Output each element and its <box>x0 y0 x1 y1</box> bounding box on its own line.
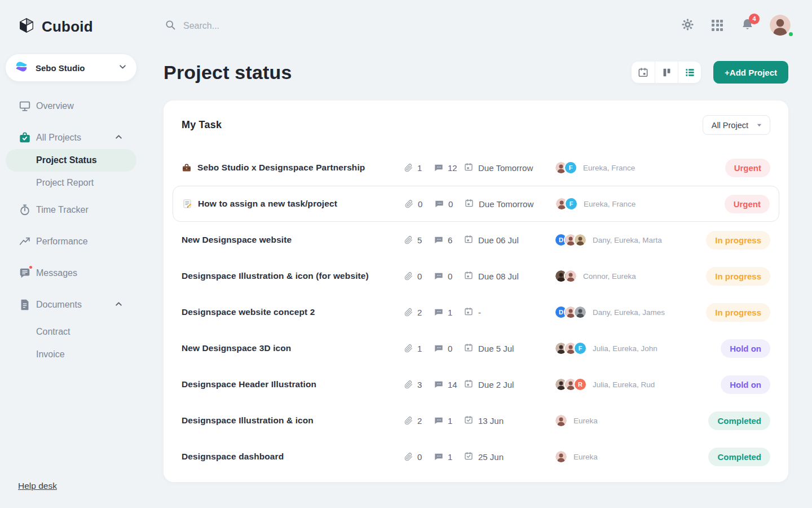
attachment-count: 1 <box>404 163 434 173</box>
comment-icon <box>434 344 443 353</box>
assignee-names: Connor, Eureka <box>583 272 636 281</box>
comment-count: 0 <box>434 271 464 281</box>
search-bar[interactable] <box>165 19 401 33</box>
apps-grid-icon <box>712 20 723 31</box>
comment-count: 0 <box>434 344 464 353</box>
assignee-avatars <box>554 269 577 283</box>
status-badge: In progress <box>706 231 770 249</box>
task-list: Sebo Studio x Designspace Partnership 1 … <box>182 150 770 475</box>
comment-count: 1 <box>434 452 464 462</box>
page-title: Project status <box>164 62 292 84</box>
app-logo: Cuboid <box>18 17 93 36</box>
sidebar-item-invoice[interactable]: Invoice <box>0 343 149 366</box>
task-name: How to assign a new task/project <box>198 199 337 209</box>
due-date: Due Tomorrow <box>465 199 555 209</box>
workspace-selector[interactable]: Sebo Studio <box>6 54 136 81</box>
notifications-button[interactable]: 4 <box>740 18 754 33</box>
sidebar: Sebo Studio Overview All Projects <box>0 54 149 508</box>
comment-icon <box>434 235 443 244</box>
search-icon <box>165 19 176 33</box>
chat-icon <box>18 266 32 280</box>
task-row[interactable]: New Designspace 3D icon 1 0 <box>182 330 770 366</box>
letter-avatar: F <box>564 161 577 174</box>
paperclip-icon <box>404 308 413 317</box>
paperclip-icon <box>404 272 413 281</box>
project-filter-dropdown[interactable]: All Project <box>703 115 770 135</box>
cube-logo-icon <box>18 17 35 36</box>
workspace-name: Sebo Studio <box>36 63 112 73</box>
document-icon <box>18 298 32 312</box>
apps-button[interactable] <box>710 18 725 33</box>
paperclip-icon <box>404 164 413 172</box>
assignee-names: Julia, Eureka, John <box>593 344 657 353</box>
paperclip-icon <box>404 236 413 244</box>
calendar-icon <box>464 379 473 390</box>
online-status-dot <box>788 31 794 37</box>
task-name: Designspace dashboard <box>182 452 284 462</box>
sidebar-item-all-projects[interactable]: All Projects <box>0 126 149 149</box>
briefcase-check-icon <box>18 131 32 144</box>
attachment-count: 3 <box>404 380 434 389</box>
task-row[interactable]: Designspace Illustration & icon 2 1 <box>182 402 770 439</box>
sidebar-item-documents[interactable]: Documents <box>0 294 149 316</box>
sidebar-item-contract[interactable]: Contract <box>0 321 149 343</box>
task-row[interactable]: Designspace Header Illustration 3 14 <box>182 366 770 402</box>
paperclip-icon <box>404 417 413 425</box>
list-view-button[interactable] <box>678 62 701 83</box>
comment-count: 1 <box>434 416 464 426</box>
assignee-avatars: F <box>554 161 577 174</box>
task-name: Designspace Header Illustration <box>182 379 316 389</box>
sidebar-item-project-status[interactable]: Project Status <box>6 149 136 172</box>
attachment-count: 2 <box>404 416 434 426</box>
letter-avatar: F <box>573 341 587 355</box>
sidebar-item-messages[interactable]: Messages <box>0 262 149 284</box>
photo-avatar <box>573 233 587 247</box>
assignee-names: Eureka <box>573 453 598 461</box>
calendar-icon <box>464 307 473 318</box>
trending-up-icon <box>18 235 32 248</box>
due-date: Due Tomorrow <box>464 163 554 173</box>
list-view-icon <box>685 67 695 78</box>
assignee-names: Dany, Eureka, Marta <box>593 236 662 244</box>
paperclip-icon <box>404 380 413 389</box>
status-badge: In progress <box>706 303 770 322</box>
sidebar-item-project-report[interactable]: Project Report <box>0 172 149 194</box>
attachment-count: 0 <box>405 199 435 209</box>
task-row[interactable]: Designspace Illustration & icon (for web… <box>182 258 770 294</box>
sidebar-item-performance[interactable]: Performance <box>0 230 149 253</box>
sidebar-item-overview[interactable]: Overview <box>0 95 149 117</box>
notification-badge: 4 <box>749 14 760 24</box>
help-desk-link[interactable]: Help desk <box>18 481 57 491</box>
due-date: 25 Jun <box>464 452 554 462</box>
search-input[interactable] <box>183 21 375 31</box>
chevron-down-icon <box>119 63 126 73</box>
calendar-view-button[interactable] <box>632 62 655 83</box>
briefcase-emoji-icon <box>182 163 192 173</box>
task-emoji-icon <box>182 199 192 209</box>
assignee-avatars: F <box>555 197 578 211</box>
paperclip-icon <box>405 200 413 208</box>
card-title: My Task <box>182 119 222 131</box>
task-row[interactable]: Sebo Studio x Designspace Partnership 1 … <box>182 150 770 186</box>
attachment-count: 2 <box>404 308 434 317</box>
comment-count: 6 <box>434 235 464 245</box>
task-row[interactable]: New Designspace website 5 6 <box>182 222 770 258</box>
paperclip-icon <box>404 453 413 461</box>
my-task-card: My Task All Project <box>164 100 788 482</box>
status-badge: Hold on <box>721 339 770 358</box>
add-project-button[interactable]: +Add Project <box>713 61 788 84</box>
settings-button[interactable] <box>680 18 695 33</box>
assignee-names: Julia, Eureka, Rud <box>593 380 655 389</box>
status-badge: In progress <box>706 267 770 286</box>
attachment-count: 0 <box>404 271 434 281</box>
task-row[interactable]: Designspace website concept 2 2 1 <box>182 294 770 330</box>
status-badge: Completed <box>708 448 770 466</box>
task-row[interactable]: How to assign a new task/project 0 0 <box>173 186 779 222</box>
monitor-icon <box>18 99 32 113</box>
kanban-view-button[interactable] <box>655 62 678 83</box>
stopwatch-icon <box>18 203 32 217</box>
sidebar-item-time-tracker[interactable]: Time Tracker <box>0 199 149 221</box>
task-name: Designspace website concept 2 <box>182 307 315 317</box>
task-row[interactable]: Designspace dashboard 0 1 <box>182 439 770 475</box>
due-date: Due 5 Jul <box>464 343 554 354</box>
